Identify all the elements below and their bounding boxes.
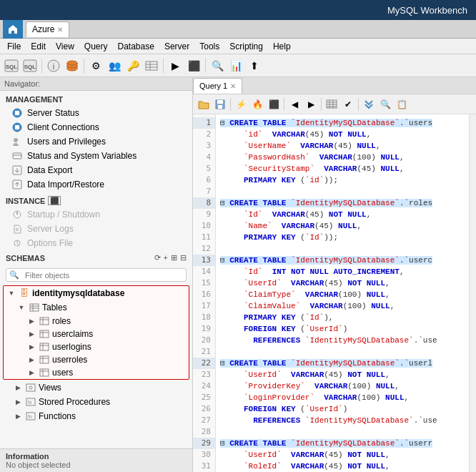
q-check-btn[interactable]: ✔ [340, 97, 356, 112]
nav-data-import-label: Data Import/Restore [27, 180, 104, 190]
nav-data-import[interactable]: Data Import/Restore [0, 177, 192, 192]
nav-client-connections[interactable]: Client Connections [0, 120, 192, 134]
filter-box[interactable]: 🔍 [6, 268, 187, 282]
schemas-title: SCHEMAS [6, 254, 45, 262]
nav-server-logs[interactable]: Server Logs [0, 222, 192, 236]
toolbar-export-btn[interactable]: 📊 [227, 57, 244, 74]
title-bar: MySQL Workbench [0, 0, 476, 20]
scrollbar-track[interactable] [469, 114, 476, 472]
svg-rect-16 [13, 153, 21, 159]
information-header: Information [6, 452, 187, 461]
views-expand-arrow[interactable]: ▶ [13, 384, 23, 391]
server-logs-icon [11, 223, 23, 235]
toolbar-import-btn[interactable]: ⬆ [246, 57, 263, 74]
svg-rect-25 [30, 304, 39, 311]
menu-query[interactable]: Query [80, 40, 112, 53]
nav-data-export[interactable]: Data Export [0, 163, 192, 177]
tables-expand-arrow[interactable]: ▼ [16, 304, 26, 311]
table-roles-label: roles [52, 316, 71, 326]
schemas-header: SCHEMAS ⟳ + ⊞ ⊟ [0, 250, 192, 265]
q-schema-btn[interactable] [361, 97, 377, 112]
menu-database[interactable]: Database [114, 40, 159, 53]
q-explain-btn[interactable]: 📋 [394, 97, 410, 112]
schema-collapse-icon[interactable]: ⊟ [180, 253, 187, 262]
tables-group[interactable]: ▼ Tables [4, 300, 189, 315]
stored-procs-expand-arrow[interactable]: ▶ [13, 398, 23, 405]
toolbar-users-btn[interactable]: 👥 [106, 57, 123, 74]
functions-expand-arrow[interactable]: ▶ [13, 413, 23, 420]
nav-users-privileges[interactable]: Users and Privileges [0, 134, 192, 149]
nav-startup-shutdown[interactable]: Startup / Shutdown [0, 207, 192, 222]
toolbar-play-btn[interactable]: ▶ [167, 57, 184, 74]
table-userlogins-label: userlogins [52, 342, 91, 352]
toolbar-sql-btn1[interactable]: SQL [3, 57, 20, 74]
stored-procedures-group[interactable]: ▶ fx Stored Procedures [0, 395, 192, 409]
toolbar-roles-btn[interactable]: 🔑 [124, 57, 142, 74]
toolbar-search-btn[interactable]: 🔍 [209, 57, 226, 74]
userlogins-expand-arrow[interactable]: ▶ [26, 343, 36, 350]
q-open-btn[interactable] [196, 97, 212, 112]
nav-status-variables[interactable]: Status and System Variables [0, 149, 192, 163]
query-tab-1[interactable]: Query 1 ✕ [193, 78, 242, 94]
close-icon[interactable]: ✕ [57, 26, 63, 34]
menu-tools[interactable]: Tools [195, 40, 224, 53]
table-userclaims-label: userclaims [52, 329, 93, 339]
menu-edit[interactable]: Edit [26, 40, 50, 53]
userroles-expand-arrow[interactable]: ▶ [26, 356, 36, 363]
schema-add-icon[interactable]: + [164, 253, 168, 262]
table-userroles[interactable]: ▶ userroles [4, 353, 189, 366]
toolbar-stop-btn[interactable]: ⬛ [185, 57, 202, 74]
filter-input[interactable] [22, 270, 186, 281]
options-file-icon [11, 237, 23, 249]
schema-tree: ▼ 🗄 identitymysqldatabase ▼ Tables ▶ [0, 285, 192, 448]
q-table-btn[interactable] [324, 97, 339, 112]
table-userclaims[interactable]: ▶ userclaims [4, 328, 189, 340]
q-magnify-btn[interactable]: 🔍 [377, 97, 393, 112]
schema-expand-arrow[interactable]: ▼ [6, 290, 16, 297]
code-area[interactable]: 1234567891011121314151617181920212223242… [193, 114, 476, 472]
home-tab-button[interactable] [3, 20, 23, 39]
toolbar-info-btn[interactable]: i [45, 57, 62, 74]
menu-file[interactable]: File [3, 40, 25, 53]
q-next-btn[interactable]: ▶ [303, 97, 319, 112]
toolbar-sep4 [205, 59, 206, 73]
schema-item[interactable]: ▼ 🗄 identitymysqldatabase [4, 286, 189, 300]
menu-view[interactable]: View [51, 40, 79, 53]
q-save-btn[interactable] [212, 97, 228, 112]
tables-icon [29, 302, 40, 313]
userclaims-expand-arrow[interactable]: ▶ [26, 330, 36, 338]
table-roles[interactable]: ▶ roles [4, 315, 189, 328]
views-group[interactable]: ▶ Views [0, 380, 192, 395]
views-icon [25, 382, 36, 393]
schema-refresh-icon[interactable]: ⟳ [154, 253, 161, 262]
roles-expand-arrow[interactable]: ▶ [26, 318, 36, 325]
q-execute-btn[interactable]: ⚡ [233, 97, 249, 112]
tables-label: Tables [42, 303, 67, 313]
svg-rect-32 [40, 330, 49, 338]
q-execute-all-btn[interactable]: 🔥 [249, 97, 265, 112]
toolbar-sql-btn2[interactable]: SQL [21, 57, 39, 74]
q-stop-btn[interactable]: ⬛ [266, 97, 282, 112]
schema-expand-icon[interactable]: ⊞ [171, 253, 177, 262]
table-users[interactable]: ▶ users [4, 366, 189, 379]
azure-tab[interactable]: Azure ✕ [26, 21, 69, 37]
table-userlogins[interactable]: ▶ userlogins [4, 340, 189, 353]
nav-options-file[interactable]: Options File [0, 236, 192, 250]
table-userroles-icon [39, 354, 50, 365]
menu-help[interactable]: Help [269, 40, 295, 53]
menu-server[interactable]: Server [160, 40, 194, 53]
menu-scripting[interactable]: Scripting [225, 40, 267, 53]
query-tab-close-icon[interactable]: ✕ [230, 82, 236, 90]
main-layout: Navigator: MANAGEMENT Server Status Clie… [0, 77, 476, 472]
q-prev-btn[interactable]: ◀ [287, 97, 302, 112]
users-expand-arrow[interactable]: ▶ [26, 369, 36, 376]
code-content[interactable]: ⊟ CREATE TABLE `IdentityMySQLDatabase`.`… [216, 114, 469, 472]
svg-text:fx: fx [28, 400, 32, 405]
nav-server-status[interactable]: Server Status [0, 106, 192, 120]
nav-server-logs-label: Server Logs [27, 224, 74, 234]
information-panel: Information No object selected [0, 448, 192, 472]
toolbar-settings-btn[interactable]: ⚙ [87, 57, 104, 74]
functions-group[interactable]: ▶ fn Functions [0, 409, 192, 423]
toolbar-table-btn[interactable] [143, 57, 160, 74]
toolbar-db-btn[interactable] [64, 57, 81, 74]
